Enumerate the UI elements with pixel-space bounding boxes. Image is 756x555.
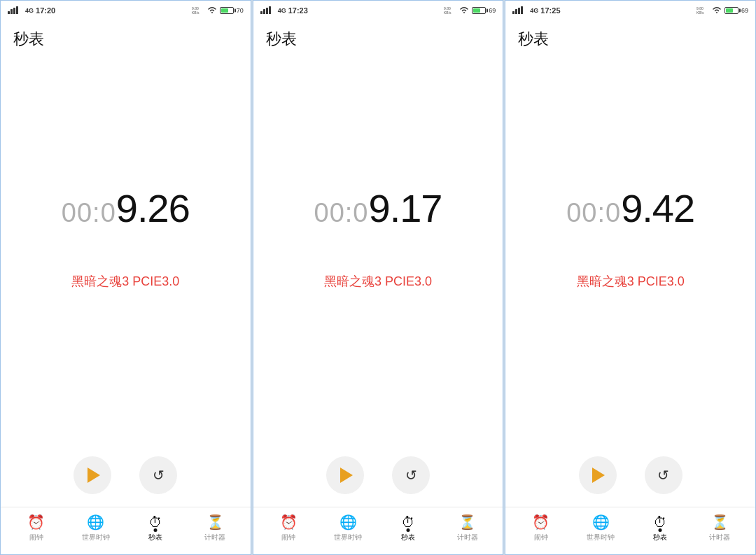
svg-text:KB/s: KB/s xyxy=(696,10,704,14)
status-icons-3: 9.80 KB/s 69 xyxy=(696,6,748,15)
timer-section-3: 00:09.42黑暗之魂3 PCIE3.0 xyxy=(505,54,755,442)
nav-label-stopwatch-1: 秒表 xyxy=(148,533,162,542)
nav-item-alarm-2[interactable]: ⏰闹钟 xyxy=(259,514,318,542)
data-speed-icon: 9.80 KB/s xyxy=(192,6,204,15)
svg-rect-12 xyxy=(512,11,514,14)
app-title-3: 秒表 xyxy=(505,20,755,54)
reset-button-1[interactable]: ↺ xyxy=(139,456,177,494)
nav-label-world-2: 世界时钟 xyxy=(334,533,362,542)
nav-label-alarm-2: 闹钟 xyxy=(281,533,295,542)
status-time: 17:25 xyxy=(540,6,560,15)
play-icon-2 xyxy=(340,468,353,483)
nav-item-stopwatch-3[interactable]: ⏱秒表 xyxy=(631,514,690,542)
play-button-2[interactable] xyxy=(326,456,364,494)
timer-section-2: 00:09.17黑暗之魂3 PCIE3.0 xyxy=(253,54,503,442)
network-type: 4G xyxy=(530,7,538,14)
timer-prefix-2: 00:0 xyxy=(314,198,369,228)
product-label-2: 黑暗之魂3 PCIE3.0 xyxy=(324,273,432,290)
wifi-icon xyxy=(207,6,217,15)
play-button-3[interactable] xyxy=(579,456,617,494)
nav-label-stopwatch-3: 秒表 xyxy=(653,533,667,542)
bottom-nav-1: ⏰闹钟🌐世界时钟⏱秒表⏳计时器 xyxy=(1,507,251,554)
nav-icon-stopwatch-1: ⏱ xyxy=(148,514,162,531)
phone-panel-3: 4G 17:25 9.80 KB/s xyxy=(505,0,756,555)
svg-rect-9 xyxy=(269,6,271,14)
nav-icon-stopwatch-3: ⏱ xyxy=(653,514,667,531)
nav-icon-alarm-1: ⏰ xyxy=(27,514,45,531)
reset-icon-2: ↺ xyxy=(405,468,417,482)
svg-rect-1 xyxy=(10,9,13,14)
play-button-1[interactable] xyxy=(74,456,111,494)
nav-label-timer-3: 计时器 xyxy=(709,533,730,542)
battery-percent: 69 xyxy=(741,7,748,14)
carrier-signal-icon xyxy=(260,6,276,15)
nav-icon-stopwatch-2: ⏱ xyxy=(401,514,415,531)
nav-icon-alarm-3: ⏰ xyxy=(532,514,550,531)
reset-button-2[interactable]: ↺ xyxy=(392,456,430,494)
nav-icon-world-2: 🌐 xyxy=(340,514,357,531)
battery-icon xyxy=(472,7,486,14)
nav-label-world-3: 世界时钟 xyxy=(587,533,615,542)
stopwatch-active-icon: ⏱ xyxy=(653,514,667,531)
carrier-signal-icon xyxy=(8,6,23,15)
battery-icon xyxy=(724,7,738,14)
nav-item-alarm-3[interactable]: ⏰闹钟 xyxy=(511,514,570,542)
status-time-3: 4G 17:25 xyxy=(512,6,560,15)
wifi-icon xyxy=(459,6,469,15)
svg-rect-6 xyxy=(260,11,262,14)
status-bar-1: 4G 17:20 9.80 KB/s xyxy=(1,1,251,20)
timer-main-3: 9.42 xyxy=(621,185,694,231)
nav-item-timer-1[interactable]: ⏳计时器 xyxy=(186,514,245,542)
timer-main-2: 9.17 xyxy=(368,185,442,231)
nav-icon-timer-2: ⏳ xyxy=(458,514,476,531)
nav-icon-timer-1: ⏳ xyxy=(206,514,224,531)
status-time: 17:20 xyxy=(36,6,55,15)
svg-rect-3 xyxy=(16,6,18,14)
reset-icon-3: ↺ xyxy=(657,468,669,482)
data-speed-icon: 9.80 KB/s xyxy=(696,6,709,15)
controls-2: ↺ xyxy=(253,442,503,507)
nav-item-world-2[interactable]: 🌐世界时钟 xyxy=(318,514,378,542)
reset-icon-1: ↺ xyxy=(153,468,164,482)
nav-item-timer-3[interactable]: ⏳计时器 xyxy=(690,514,750,542)
carrier-signal-icon xyxy=(512,6,528,15)
status-time-2: 4G 17:23 xyxy=(260,6,308,15)
status-icons-2: 9.80 KB/s 69 xyxy=(444,6,496,15)
nav-icon-world-3: 🌐 xyxy=(592,514,610,531)
nav-label-timer-2: 计时器 xyxy=(457,533,478,542)
nav-item-stopwatch-1[interactable]: ⏱秒表 xyxy=(125,514,185,542)
product-label-3: 黑暗之魂3 PCIE3.0 xyxy=(577,273,685,290)
controls-1: ↺ xyxy=(1,442,251,507)
app-title-1: 秒表 xyxy=(1,20,251,54)
controls-3: ↺ xyxy=(505,442,755,507)
nav-label-stopwatch-2: 秒表 xyxy=(401,533,415,542)
status-time: 17:23 xyxy=(288,6,308,15)
timer-prefix-3: 00:0 xyxy=(566,198,621,228)
svg-rect-0 xyxy=(8,11,10,14)
nav-item-world-1[interactable]: 🌐世界时钟 xyxy=(66,514,125,542)
stopwatch-active-icon: ⏱ xyxy=(401,514,415,531)
product-label-1: 黑暗之魂3 PCIE3.0 xyxy=(71,273,179,290)
battery-percent: 70 xyxy=(237,7,244,14)
play-icon-1 xyxy=(88,468,100,483)
timer-main-1: 9.26 xyxy=(116,185,190,231)
status-icons-1: 9.80 KB/s 70 xyxy=(192,6,244,15)
nav-label-timer-1: 计时器 xyxy=(204,533,225,542)
bottom-nav-3: ⏰闹钟🌐世界时钟⏱秒表⏳计时器 xyxy=(505,507,755,554)
nav-item-world-3[interactable]: 🌐世界时钟 xyxy=(571,514,631,542)
timer-display-1: 00:09.26 xyxy=(62,185,190,231)
nav-item-stopwatch-2[interactable]: ⏱秒表 xyxy=(378,514,438,542)
data-speed-icon: 9.80 KB/s xyxy=(444,6,456,15)
status-bar-3: 4G 17:25 9.80 KB/s xyxy=(505,1,755,20)
reset-button-3[interactable]: ↺ xyxy=(645,456,682,494)
status-bar-2: 4G 17:23 9.80 KB/s xyxy=(253,1,503,20)
status-time-1: 4G 17:20 xyxy=(8,6,55,15)
nav-item-timer-2[interactable]: ⏳计时器 xyxy=(438,514,497,542)
bottom-nav-2: ⏰闹钟🌐世界时钟⏱秒表⏳计时器 xyxy=(253,507,503,554)
network-type: 4G xyxy=(278,7,286,14)
app-title-2: 秒表 xyxy=(253,20,503,54)
nav-item-alarm-1[interactable]: ⏰闹钟 xyxy=(6,514,66,542)
svg-rect-14 xyxy=(518,8,520,14)
timer-display-3: 00:09.42 xyxy=(566,185,694,231)
phone-panel-2: 4G 17:23 9.80 KB/s xyxy=(253,0,504,555)
